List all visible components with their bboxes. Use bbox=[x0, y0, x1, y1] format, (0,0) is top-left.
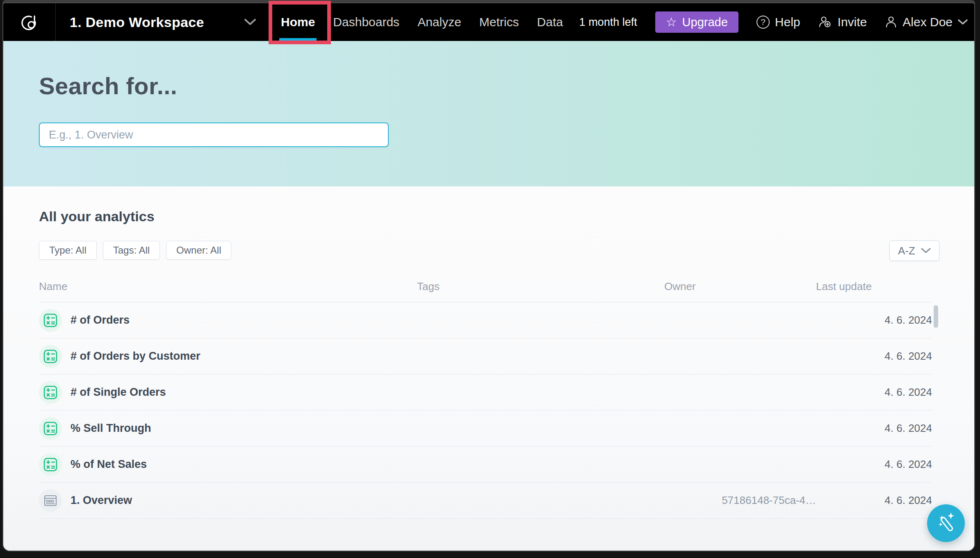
row-updated: 4. 6. 2024 bbox=[816, 350, 932, 363]
search-hero: Search for... bbox=[3, 41, 974, 186]
row-name-cell: 1. Overview bbox=[39, 489, 417, 512]
chevron-down-icon bbox=[958, 19, 968, 25]
search-input[interactable] bbox=[39, 122, 389, 147]
row-name-cell: # of Orders by Customer bbox=[39, 345, 417, 368]
tab-data[interactable]: Data bbox=[528, 3, 572, 41]
row-updated: 4. 6. 2024 bbox=[816, 494, 932, 507]
hero-title: Search for... bbox=[39, 41, 974, 100]
table-row[interactable]: # of Orders by Customer 4. 6. 2024 bbox=[39, 338, 932, 374]
row-updated: 4. 6. 2024 bbox=[816, 386, 932, 399]
tab-metrics[interactable]: Metrics bbox=[470, 3, 528, 41]
sort-value: A-Z bbox=[898, 245, 915, 257]
upgrade-button[interactable]: ☆ Upgrade bbox=[655, 11, 738, 33]
row-updated: 4. 6. 2024 bbox=[816, 422, 932, 435]
filters-row: Type: All Tags: All Owner: All bbox=[39, 241, 974, 260]
tab-home-label: Home bbox=[281, 15, 315, 29]
app-window: 1. Demo Workspace Home Dashboards Analyz… bbox=[3, 3, 974, 551]
column-name: Name bbox=[39, 280, 417, 293]
filter-type[interactable]: Type: All bbox=[39, 241, 97, 260]
table-row[interactable]: % Sell Through 4. 6. 2024 bbox=[39, 411, 932, 447]
row-updated: 4. 6. 2024 bbox=[816, 314, 932, 327]
invite-user-icon bbox=[818, 16, 832, 29]
filter-owner[interactable]: Owner: All bbox=[166, 241, 231, 260]
analytics-table-body: # of Orders 4. 6. 2024 # of Orders by Cu… bbox=[39, 302, 932, 519]
metric-icon bbox=[39, 453, 62, 476]
invite-button[interactable]: Invite bbox=[818, 15, 867, 29]
top-bar: 1. Demo Workspace Home Dashboards Analyz… bbox=[3, 3, 974, 41]
tab-analyze[interactable]: Analyze bbox=[408, 3, 470, 41]
upgrade-label: Upgrade bbox=[682, 16, 728, 29]
user-icon bbox=[885, 16, 897, 29]
column-owner: Owner bbox=[664, 280, 816, 293]
column-tags: Tags bbox=[417, 280, 664, 293]
row-name-cell: % of Net Sales bbox=[39, 453, 417, 476]
analytics-table: Name Tags Owner Last update # of Orders bbox=[39, 280, 932, 519]
tab-metrics-label: Metrics bbox=[479, 15, 519, 29]
tab-dashboards[interactable]: Dashboards bbox=[324, 3, 408, 41]
row-name-cell: # of Orders bbox=[39, 309, 417, 332]
tab-data-label: Data bbox=[537, 15, 563, 29]
user-menu[interactable]: Alex Doe bbox=[885, 15, 968, 29]
assistant-fab-button[interactable] bbox=[927, 504, 965, 542]
trial-countdown: 1 month left bbox=[579, 16, 637, 29]
section-title: All your analytics bbox=[39, 186, 974, 225]
row-owner: 57186148-75ca-4… bbox=[664, 494, 816, 507]
table-row[interactable]: # of Single Orders 4. 6. 2024 bbox=[39, 374, 932, 411]
dashboard-icon bbox=[39, 489, 62, 512]
user-name: Alex Doe bbox=[903, 15, 953, 29]
main-nav: Home Dashboards Analyze Metrics Data bbox=[272, 3, 572, 41]
table-header: Name Tags Owner Last update bbox=[39, 280, 932, 302]
row-name: # of Orders by Customer bbox=[71, 350, 201, 363]
table-row[interactable]: % of Net Sales 4. 6. 2024 bbox=[39, 447, 932, 483]
metric-icon bbox=[39, 381, 62, 404]
metric-icon bbox=[39, 309, 62, 332]
row-name-cell: # of Single Orders bbox=[39, 381, 417, 404]
table-row[interactable]: 1. Overview 57186148-75ca-4… 4. 6. 2024 bbox=[39, 483, 932, 519]
row-name: % of Net Sales bbox=[71, 458, 147, 471]
table-row[interactable]: # of Orders 4. 6. 2024 bbox=[39, 302, 932, 338]
help-label: Help bbox=[775, 15, 800, 29]
row-name: # of Single Orders bbox=[71, 386, 166, 399]
star-icon: ☆ bbox=[666, 16, 677, 28]
help-icon: ? bbox=[757, 16, 770, 29]
help-menu[interactable]: ? Help bbox=[757, 15, 800, 29]
magic-wand-icon bbox=[927, 504, 965, 542]
row-name: # of Orders bbox=[71, 314, 130, 327]
filter-tags[interactable]: Tags: All bbox=[103, 241, 160, 260]
gooddata-logo[interactable] bbox=[3, 3, 56, 41]
chevron-down-icon bbox=[921, 248, 931, 254]
row-name-cell: % Sell Through bbox=[39, 417, 417, 440]
tab-home[interactable]: Home bbox=[272, 3, 324, 41]
sort-dropdown[interactable]: A-Z bbox=[889, 240, 939, 261]
gooddata-logo-icon bbox=[20, 12, 39, 32]
workspace-name: 1. Demo Workspace bbox=[70, 14, 204, 30]
filter-tags-label: Tags: All bbox=[113, 245, 150, 256]
filter-owner-label: Owner: All bbox=[176, 245, 221, 256]
tab-dashboards-label: Dashboards bbox=[333, 15, 399, 29]
scrollbar-thumb[interactable] bbox=[934, 305, 938, 328]
row-updated: 4. 6. 2024 bbox=[816, 458, 932, 471]
chevron-down-icon bbox=[244, 19, 256, 25]
top-bar-right: 1 month left ☆ Upgrade ? Help Invite bbox=[579, 3, 974, 41]
workspace-selector[interactable]: 1. Demo Workspace bbox=[56, 3, 272, 41]
metric-icon bbox=[39, 345, 62, 368]
tab-analyze-label: Analyze bbox=[417, 15, 461, 29]
analytics-section: All your analytics Type: All Tags: All O… bbox=[3, 186, 974, 551]
row-name: 1. Overview bbox=[71, 494, 132, 507]
metric-icon bbox=[39, 417, 62, 440]
column-last-update: Last update bbox=[816, 280, 932, 293]
invite-label: Invite bbox=[838, 15, 867, 29]
row-name: % Sell Through bbox=[71, 422, 151, 435]
filter-type-label: Type: All bbox=[49, 245, 87, 256]
